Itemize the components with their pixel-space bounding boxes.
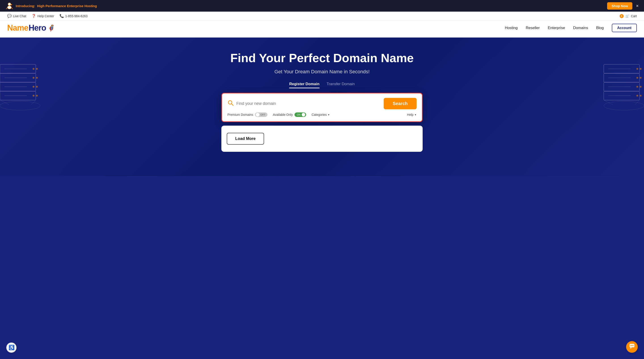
available-only-label: Available Only (273, 113, 293, 116)
svg-point-4 (11, 4, 12, 5)
question-icon: ❓ (32, 14, 36, 18)
available-state: ON (297, 113, 300, 116)
svg-point-11 (33, 86, 34, 88)
categories-label: Categories (312, 113, 327, 116)
svg-point-15 (33, 68, 34, 70)
svg-point-32 (636, 77, 638, 79)
help-chevron-down-icon: ▼ (414, 114, 416, 116)
search-row: Search (228, 98, 416, 109)
announcement-left: Introducing: High Performance Enterprise… (5, 2, 97, 10)
search-button[interactable]: Search (384, 98, 416, 109)
categories-dropdown[interactable]: Categories ▼ (312, 113, 330, 116)
svg-line-3 (12, 8, 12, 9)
live-chat-button[interactable] (626, 341, 638, 353)
svg-point-31 (640, 86, 642, 88)
accessibility-icon: ♿ (8, 345, 14, 350)
cart-label: Cart (631, 14, 637, 18)
nav-enterprise[interactable]: Enterprise (548, 26, 565, 30)
categories-chevron-down-icon: ▼ (328, 114, 330, 116)
toggle-knob-on (302, 113, 305, 116)
hero-title: Find Your Perfect Domain Name (230, 51, 414, 65)
announcement-bar: Introducing: High Performance Enterprise… (0, 0, 644, 12)
help-center-label: Help Center (37, 14, 54, 18)
server-graphic-right (599, 46, 644, 114)
help-label: Help (407, 113, 414, 116)
help-center-link[interactable]: ❓ Help Center (32, 14, 54, 18)
svg-point-21 (0, 101, 40, 110)
svg-point-14 (36, 77, 38, 79)
svg-point-28 (636, 95, 638, 96)
tab-transfer-domain[interactable]: Transfer Domain (327, 82, 355, 88)
nav-blog[interactable]: Blog (596, 26, 604, 30)
svg-point-47 (632, 345, 632, 346)
svg-point-12 (36, 86, 38, 88)
premium-domains-option: Premium Domains OFF (228, 112, 268, 117)
svg-point-35 (640, 68, 642, 70)
cart-count-badge: 0 (620, 14, 624, 18)
svg-point-13 (33, 77, 34, 79)
premium-state: OFF (260, 113, 265, 116)
cart-icon: 🛒 (626, 14, 629, 18)
logo-name: Name (7, 23, 28, 33)
live-chat-link[interactable]: 💬 Live Chat (7, 14, 26, 18)
svg-point-40 (604, 101, 644, 110)
announcement-right: Shop Now × (607, 2, 639, 10)
available-only-option: Available Only ON (273, 112, 306, 117)
toggle-knob (256, 113, 260, 116)
domain-tabs: Register Domain Transfer Domain (289, 82, 355, 88)
server-graphic-left (0, 46, 45, 114)
chat-bubble-icon: 💬 (7, 14, 12, 18)
search-icon (228, 100, 234, 108)
premium-domains-toggle[interactable]: OFF (255, 112, 268, 117)
svg-point-29 (640, 95, 642, 96)
svg-line-44 (232, 104, 233, 106)
phone-link[interactable]: 📞 1-855-984-6263 (60, 14, 88, 18)
available-only-toggle[interactable]: ON (294, 112, 306, 117)
svg-point-34 (636, 68, 638, 70)
phone-icon: 📞 (60, 14, 64, 18)
live-chat-label: Live Chat (13, 14, 26, 18)
logo-hero: Hero (28, 23, 46, 33)
load-more-button[interactable]: Load More (227, 133, 264, 145)
premium-domains-label: Premium Domains (228, 113, 253, 116)
cart-area[interactable]: 0 🛒 Cart (620, 14, 637, 18)
svg-point-33 (640, 77, 642, 79)
svg-point-10 (36, 95, 38, 96)
svg-point-48 (632, 345, 634, 346)
accessibility-button[interactable]: ♿ (6, 342, 16, 353)
svg-point-0 (8, 3, 11, 6)
search-options: Premium Domains OFF Available Only ON Ca… (228, 112, 416, 117)
announcement-intro: Introducing: (16, 4, 35, 8)
nav-reseller[interactable]: Reseller (526, 26, 540, 30)
svg-line-22 (0, 100, 9, 104)
logo[interactable]: Name Hero 🦸 (7, 23, 55, 33)
phone-label: 1-855-984-6263 (65, 14, 88, 18)
load-more-section: Load More (222, 126, 422, 152)
hero-section: Find Your Perfect Domain Name Get Your D… (0, 38, 644, 176)
svg-line-23 (31, 100, 36, 104)
close-announcement-button[interactable]: × (636, 4, 639, 8)
mascot-icon (5, 2, 14, 10)
svg-point-46 (630, 345, 631, 346)
tab-register-domain[interactable]: Register Domain (289, 82, 319, 88)
nav-hosting[interactable]: Hosting (505, 26, 518, 30)
account-button[interactable]: Account (612, 24, 637, 32)
nav-domains[interactable]: Domains (573, 26, 588, 30)
nav-links: Hosting Reseller Enterprise Domains Blog… (505, 24, 637, 32)
utility-bar: 💬 Live Chat ❓ Help Center 📞 1-855-984-62… (0, 12, 644, 20)
announcement-text: Introducing: High Performance Enterprise… (16, 4, 97, 8)
svg-line-42 (635, 100, 640, 104)
svg-point-1 (8, 6, 12, 9)
svg-line-41 (604, 100, 613, 104)
announcement-highlight: High Performance Enterprise Hosting (37, 4, 97, 8)
svg-point-16 (36, 68, 38, 70)
svg-line-2 (6, 8, 8, 9)
shop-now-button[interactable]: Shop Now (607, 2, 632, 10)
utility-left: 💬 Live Chat ❓ Help Center 📞 1-855-984-62… (7, 14, 88, 18)
domain-search-input[interactable] (236, 101, 381, 106)
logo-mascot-icon: 🦸 (48, 24, 55, 32)
hero-subtitle: Get Your Dream Domain Name in Seconds! (274, 69, 370, 75)
help-dropdown[interactable]: Help ▼ (407, 113, 416, 116)
main-nav: Name Hero 🦸 Hosting Reseller Enterprise … (0, 20, 644, 38)
chat-icon (629, 343, 635, 350)
